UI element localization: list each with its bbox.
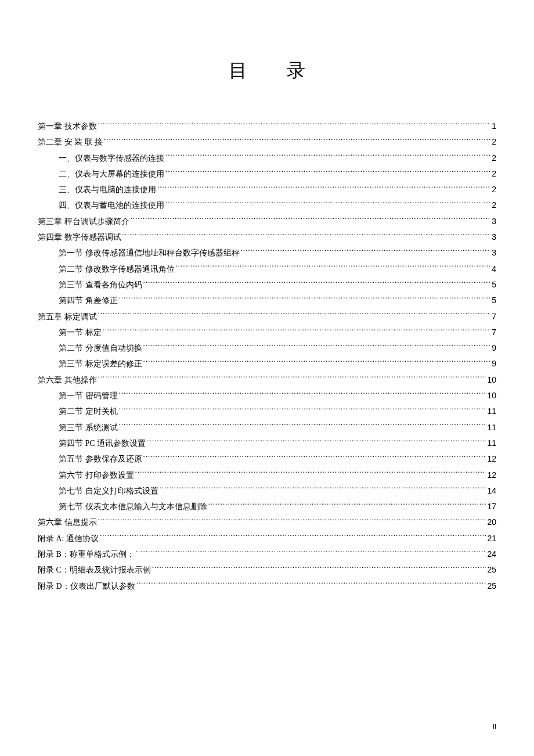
toc-entry-page: 5 [492, 293, 496, 308]
toc-leader-dots [241, 247, 491, 255]
toc-leader-dots [103, 327, 491, 335]
toc-entry-page: 7 [492, 325, 496, 340]
toc-entry-page: 2 [492, 197, 496, 213]
toc-entry-page: 5 [492, 277, 496, 293]
toc-entry: 第二章 安 装 联 接2 [38, 134, 496, 150]
toc-entry: 第二节 分度值自动切换9 [38, 340, 496, 356]
toc-entry-page: 2 [492, 150, 496, 166]
toc-entry-label: 第二节 分度值自动切换 [59, 340, 142, 356]
toc-entry-label: 第四章 数字传感器调试 [38, 229, 121, 245]
toc-entry-page: 24 [487, 546, 496, 562]
page-number-footer: II [493, 723, 496, 730]
toc-entry-page: 25 [487, 562, 496, 578]
toc-leader-dots [136, 581, 486, 589]
toc-entry-label: 第六章 其他操作 [38, 372, 97, 388]
toc-leader-dots [152, 564, 486, 573]
toc-entry: 第一节 修改传感器通信地址和秤台数字传感器组秤3 [38, 245, 496, 261]
toc-entry-page: 20 [487, 514, 496, 530]
toc-entry-page: 21 [487, 531, 496, 546]
toc-entry-page: 14 [487, 483, 496, 499]
toc-entry: 第七节 仪表文本信息输入与文本信息删除17 [38, 499, 496, 514]
toc-entry-label: 第三节 标定误差的修正 [59, 356, 142, 372]
toc-entry: 第四章 数字传感器调试3 [38, 229, 496, 245]
toc-entry-page: 3 [492, 229, 496, 245]
toc-entry-label: 第三章 秤台调试步骤简介 [38, 214, 129, 229]
toc-entry-label: 第一节 密码管理 [59, 388, 118, 404]
toc-entry: 第五节 参数保存及还原12 [38, 451, 496, 467]
toc-leader-dots [98, 517, 486, 525]
toc-leader-dots [160, 485, 486, 494]
toc-leader-dots [143, 358, 491, 366]
toc-leader-dots [119, 295, 491, 303]
toc-entry-label: 第一章 技术参数 [38, 118, 97, 134]
toc-entry-page: 3 [492, 214, 496, 229]
toc-entry-page: 12 [487, 467, 496, 483]
toc-leader-dots [98, 375, 486, 383]
toc-entry-label: 第三节 查看各角位内码 [59, 277, 142, 293]
toc-entry-label: 第五章 标定调试 [38, 309, 97, 325]
toc-entry-page: 12 [487, 451, 496, 467]
toc-leader-dots [135, 470, 486, 478]
toc-entry-label: 附录 C：明细表及统计报表示例 [38, 562, 151, 578]
toc-entry-label: 附录 B：称重单格式示例： [38, 546, 135, 562]
toc-leader-dots [100, 533, 486, 541]
toc-entry-label: 第二节 修改数字传感器通讯角位 [59, 261, 175, 277]
toc-entry-label: 四、仪表与蓄电池的连接使用 [59, 197, 164, 213]
toc-entry: 第六章 信息提示20 [38, 514, 496, 530]
toc-entry-page: 9 [492, 356, 496, 372]
toc-entry-label: 第一节 标定 [59, 325, 102, 340]
toc-entry: 第三节 系统测试11 [38, 420, 496, 435]
toc-entry: 附录 B：称重单格式示例：24 [38, 546, 496, 562]
toc-entry: 第三节 查看各角位内码5 [38, 277, 496, 293]
toc-entry-label: 第四节 PC 通讯参数设置 [59, 435, 146, 451]
toc-entry-page: 17 [487, 499, 496, 514]
toc-leader-dots [104, 136, 490, 145]
toc-leader-dots [176, 264, 491, 272]
toc-entry-page: 11 [487, 404, 496, 419]
toc-entry-page: 25 [487, 578, 496, 594]
toc-leader-dots [98, 311, 491, 319]
toc-entry-page: 10 [487, 372, 496, 388]
toc-entry-page: 9 [492, 340, 496, 356]
toc-entry-page: 11 [487, 420, 496, 435]
toc-entry-page: 7 [492, 309, 496, 325]
toc-entry: 附录 D：仪表出厂默认参数25 [38, 578, 496, 594]
toc-entry-label: 附录 A: 通信协议 [38, 531, 99, 546]
toc-entry-page: 2 [492, 166, 496, 182]
toc-leader-dots [165, 153, 490, 161]
toc-entry-label: 第七节 仪表文本信息输入与文本信息删除 [59, 499, 207, 514]
toc-leader-dots [157, 184, 490, 192]
toc-entry: 第三节 标定误差的修正9 [38, 356, 496, 372]
toc-entry-label: 第七节 自定义打印格式设置 [59, 483, 158, 499]
toc-entry-label: 一、仪表与数字传感器的连接 [59, 150, 164, 166]
toc-leader-dots [131, 216, 491, 224]
toc-entry-page: 10 [487, 388, 496, 404]
toc-leader-dots [143, 279, 491, 287]
toc-entry: 附录 A: 通信协议21 [38, 531, 496, 546]
toc-entry-label: 三、仪表与电脑的连接使用 [59, 182, 156, 197]
toc-entry: 第六节 打印参数设置12 [38, 467, 496, 483]
toc-entry-page: 2 [492, 182, 496, 197]
toc-entry-label: 第三节 系统测试 [59, 420, 118, 435]
toc-entry: 第一节 标定7 [38, 325, 496, 340]
toc-entry-label: 第四节 角差修正 [59, 293, 118, 308]
toc-leader-dots [98, 121, 491, 129]
toc-entry-page: 3 [492, 245, 496, 261]
toc-entry: 二、仪表与大屏幕的连接使用2 [38, 166, 496, 182]
toc-entry-label: 第五节 参数保存及还原 [59, 451, 142, 467]
toc-leader-dots [136, 549, 486, 557]
toc-entry: 第五章 标定调试7 [38, 309, 496, 325]
toc-entry: 第一章 技术参数1 [38, 118, 496, 134]
toc-leader-dots [165, 168, 490, 177]
toc-leader-dots [119, 406, 486, 414]
toc-entry-page: 11 [487, 435, 496, 451]
toc-entry-label: 第二节 定时关机 [59, 404, 118, 419]
toc-entry: 第七节 自定义打印格式设置14 [38, 483, 496, 499]
toc-entry: 第二节 定时关机11 [38, 404, 496, 419]
toc-entry: 三、仪表与电脑的连接使用2 [38, 182, 496, 197]
toc-entry: 一、仪表与数字传感器的连接2 [38, 150, 496, 166]
toc-entry: 第四节 PC 通讯参数设置11 [38, 435, 496, 451]
toc-leader-dots [208, 501, 486, 509]
toc-entry-label: 二、仪表与大屏幕的连接使用 [59, 166, 164, 182]
toc-leader-dots [147, 438, 486, 446]
